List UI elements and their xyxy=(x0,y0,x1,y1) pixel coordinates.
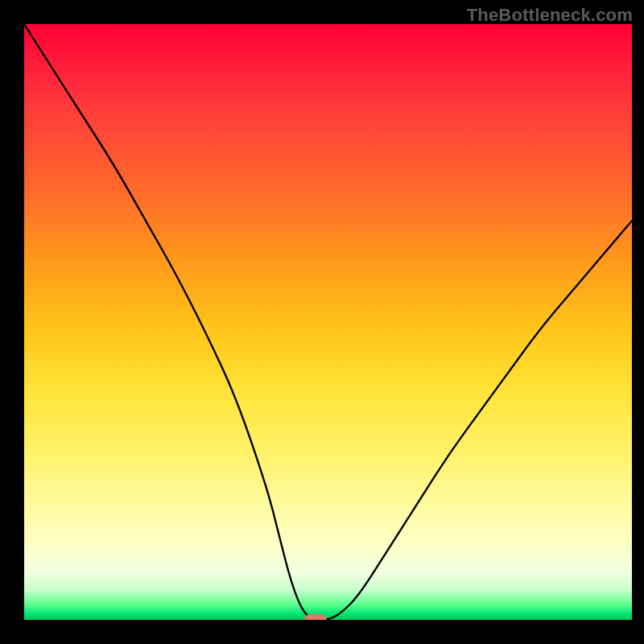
optimum-marker xyxy=(304,614,327,620)
chart-frame: TheBottleneck.com xyxy=(0,0,644,644)
watermark-text: TheBottleneck.com xyxy=(467,5,633,26)
plot-area xyxy=(24,24,632,620)
bottleneck-curve xyxy=(24,24,632,620)
